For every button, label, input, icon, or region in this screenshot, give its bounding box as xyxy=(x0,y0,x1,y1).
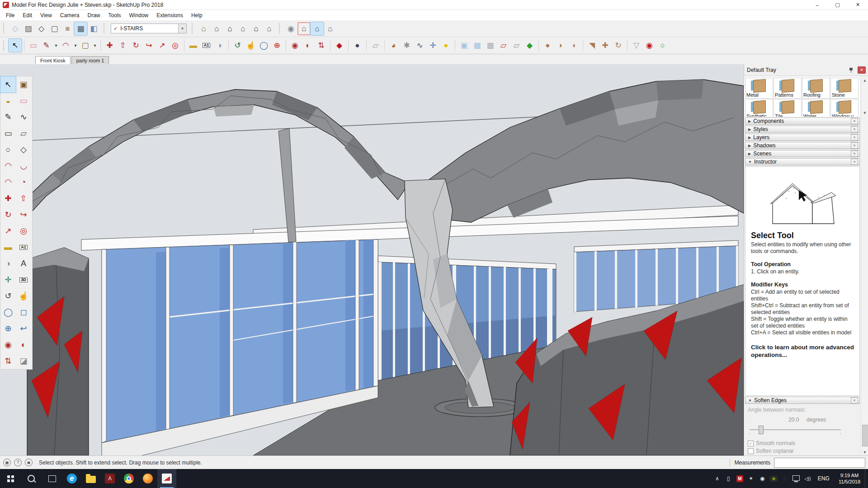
tool-axes[interactable]: ✛ xyxy=(0,272,16,288)
scrollbar-thumb[interactable] xyxy=(862,425,868,446)
orbit-tool[interactable]: ↺ xyxy=(231,39,244,52)
position-camera-tool[interactable]: ◉ xyxy=(288,39,302,52)
offset-tool[interactable]: ◎ xyxy=(169,39,182,52)
usb-icon[interactable]: ▯ xyxy=(723,469,734,488)
tool-circle[interactable]: ○ xyxy=(0,141,16,158)
tool-position-camera[interactable]: ◉ xyxy=(0,337,16,353)
tool-text[interactable]: A xyxy=(16,255,31,272)
minimize-button[interactable]: – xyxy=(807,0,827,10)
scroll-down-icon[interactable]: ▼ xyxy=(861,449,868,455)
language-indicator[interactable]: ENG xyxy=(813,475,834,482)
style-shaded-textures[interactable]: ▩ xyxy=(74,22,87,35)
close-button[interactable]: ✕ xyxy=(848,0,868,10)
measurements-input[interactable] xyxy=(774,458,865,468)
tray-chevron-icon[interactable]: ∧ xyxy=(712,469,723,488)
tool-three-d-text[interactable]: 3D xyxy=(16,272,31,288)
tool-offset[interactable]: ◎ xyxy=(16,223,31,239)
tool-look-around[interactable]: ◐ xyxy=(16,337,31,353)
nvidia-icon[interactable]: ◉ xyxy=(768,469,779,488)
tool-follow-me[interactable]: ↪ xyxy=(16,206,31,223)
show-desktop-button[interactable] xyxy=(865,469,868,488)
menu-tools[interactable]: Tools xyxy=(104,11,125,20)
plane-curl-tool[interactable]: ▱ xyxy=(510,39,523,52)
tool-two-point-arc[interactable]: ◡ xyxy=(16,158,31,174)
tool-select[interactable]: ↖ xyxy=(0,76,16,93)
tool-line[interactable]: ✎ xyxy=(0,109,16,125)
style-back-edges[interactable]: ▨ xyxy=(22,22,35,35)
material-folder-roofing[interactable]: Roofing xyxy=(802,78,830,99)
view-front[interactable]: ⌂ xyxy=(223,22,236,35)
tape-measure-tool[interactable]: ▬ xyxy=(187,39,200,52)
tool-protractor[interactable]: ◑ xyxy=(0,255,16,272)
menu-edit[interactable]: Edit xyxy=(19,11,36,20)
tool-paint-bucket[interactable]: ◒ xyxy=(0,93,16,109)
material-folder-metal[interactable]: Metal xyxy=(745,78,773,99)
help-icon[interactable]: ? xyxy=(14,459,22,466)
section-red-plane-tool[interactable]: ▱ xyxy=(497,39,510,52)
rotate-tool[interactable]: ↻ xyxy=(129,39,142,52)
tool-polygon[interactable]: ◇ xyxy=(16,141,31,158)
sandbox-brush-tool[interactable]: ◖ xyxy=(567,39,580,52)
material-folder-synthetic[interactable]: Synthetic xyxy=(745,99,773,117)
panel-close-button[interactable]: × xyxy=(851,126,858,132)
panel-close-button[interactable]: × xyxy=(851,159,858,165)
display-section-planes[interactable]: ⌂ xyxy=(297,22,311,35)
panel-close-button[interactable]: × xyxy=(851,142,858,149)
style-hidden-line[interactable]: ▢ xyxy=(48,22,61,35)
style-wireframe[interactable]: ◇ xyxy=(35,22,48,35)
view-iso[interactable]: ⌂ xyxy=(197,22,210,35)
shield-extension-icon[interactable]: ▽ xyxy=(630,39,643,52)
tool-freehand[interactable]: ∿ xyxy=(16,109,31,125)
scale-tool[interactable]: ↗ xyxy=(156,39,169,52)
protractor-tool[interactable]: ◑ xyxy=(213,39,226,52)
sandbox-rainbow-tool[interactable]: ◥ xyxy=(585,39,599,52)
shapes-tool-dropdown[interactable]: ▾ xyxy=(92,39,98,52)
view-back[interactable]: ⌂ xyxy=(250,22,263,35)
push-pull-tool[interactable]: ⇧ xyxy=(116,39,129,52)
edge-icon[interactable]: e xyxy=(62,469,81,488)
plane-tool[interactable]: ▱ xyxy=(369,39,382,52)
model-canvas[interactable]: ↖▣◒▭✎∿▭▱○◇◠◡◠◔✚⇧↻↪↗◎▬A1◑A✛3D↺☝◯◻⊕↩◉◐⇅◪ xyxy=(0,64,744,455)
arc-tool[interactable]: ◠ xyxy=(59,39,72,52)
angle-slider-thumb[interactable] xyxy=(759,426,764,434)
soften-edges-header[interactable]: ▼ Soften Edges × xyxy=(745,397,860,404)
gear-tool[interactable]: ✱ xyxy=(400,39,413,52)
panel-close-button[interactable]: × xyxy=(851,118,858,124)
lightbulb-tool[interactable]: ● xyxy=(439,39,453,52)
color-wheel-tool[interactable]: ◕ xyxy=(387,39,400,52)
style-shaded[interactable]: ■ xyxy=(61,22,74,35)
tray-scrollbar[interactable]: ▲ ▼ ▼ xyxy=(861,77,868,455)
credits-icon[interactable]: ☻ xyxy=(25,459,33,466)
dimension-tool[interactable]: A1 xyxy=(200,39,213,52)
tool-zoom[interactable]: ◯ xyxy=(0,304,16,320)
material-folder-window-u[interactable]: Window u xyxy=(830,99,859,117)
tool-move[interactable]: ✚ xyxy=(0,190,16,206)
pan-tool[interactable]: ☝ xyxy=(244,39,257,52)
panel-close-button[interactable]: × xyxy=(851,134,858,141)
freehand-curve-tool[interactable]: ∿ xyxy=(413,39,426,52)
layer-combobox-field[interactable]: ✓I-STAIRS xyxy=(111,23,179,33)
file-explorer-icon[interactable] xyxy=(81,469,100,488)
axes-paint-tool[interactable]: ✛ xyxy=(426,39,439,52)
look-around-tool[interactable]: ◐ xyxy=(302,39,315,52)
follow-me-tool[interactable]: ↪ xyxy=(142,39,156,52)
menu-window[interactable]: Window xyxy=(125,11,153,20)
solid-outer-shell-tool[interactable]: ▣ xyxy=(458,39,471,52)
menu-camera[interactable]: Camera xyxy=(56,11,84,20)
start-button[interactable] xyxy=(0,469,21,488)
eraser-tool[interactable]: ▭ xyxy=(27,39,40,52)
tool-eraser[interactable]: ▭ xyxy=(16,93,31,109)
globe-extension-icon[interactable]: ○ xyxy=(656,39,669,52)
view-left[interactable]: ⌂ xyxy=(263,22,276,35)
scroll-up-icon[interactable]: ▲ xyxy=(861,77,868,84)
browser-orange-icon[interactable] xyxy=(138,469,157,488)
tool-walk[interactable]: ⇅ xyxy=(0,353,16,369)
sandbox-move-tool[interactable]: ✚ xyxy=(599,39,612,52)
panel-header-components[interactable]: ▶Components× xyxy=(745,117,860,125)
panda-icon[interactable]: ◉ xyxy=(757,469,768,488)
chrome-icon[interactable] xyxy=(119,469,138,488)
tool-rectangle[interactable]: ▭ xyxy=(0,125,16,141)
sketchup-taskbar-icon[interactable] xyxy=(157,469,176,488)
tool-dimension[interactable]: A1 xyxy=(16,239,31,255)
chevron-down-icon[interactable]: ▾ xyxy=(179,23,187,33)
